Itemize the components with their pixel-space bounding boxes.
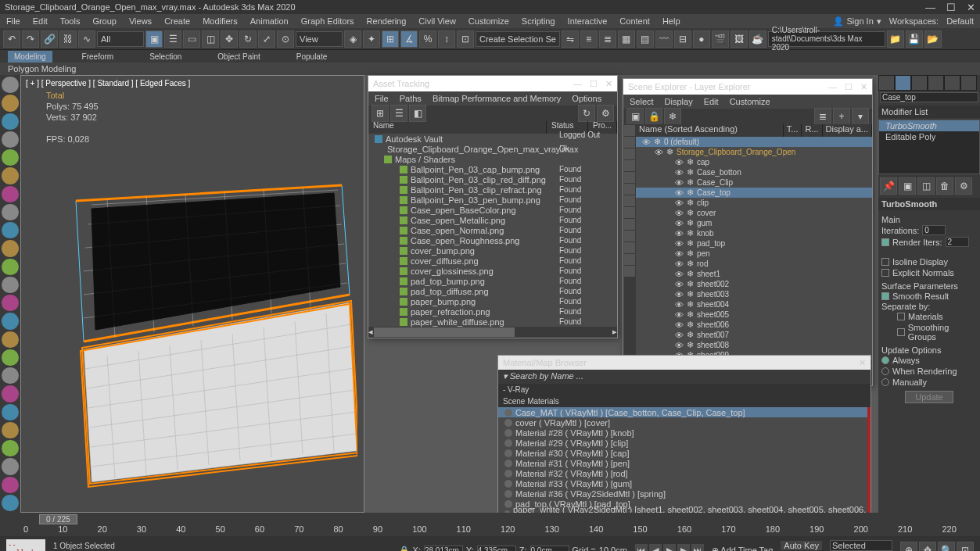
set-project-icon[interactable]: 📂	[924, 30, 942, 48]
create-selection-set[interactable]: Create Selection Se	[476, 31, 560, 47]
select-region-icon[interactable]: ▭	[183, 30, 200, 48]
light-icon[interactable]	[2, 113, 19, 130]
asset-row[interactable]: paper_refraction.pngFound	[368, 306, 617, 317]
layer-row[interactable]: 👁❄sheet002	[636, 279, 872, 289]
render-icon[interactable]: ☕	[749, 30, 766, 48]
tab-utilities-icon[interactable]	[960, 75, 977, 91]
menu-edit[interactable]: Edit	[33, 16, 48, 26]
filter-all-icon[interactable]	[624, 125, 635, 136]
asset-menu-file[interactable]: File	[375, 94, 389, 103]
asset-row[interactable]: pad_top_bump.pngFound	[368, 276, 617, 286]
tool-icon[interactable]	[2, 404, 19, 420]
update-button[interactable]: Update	[905, 391, 953, 403]
pin-stack-icon[interactable]: 📌	[880, 177, 897, 195]
layer-row[interactable]: 👁❄sheet1	[636, 269, 872, 279]
scene-layer-icon[interactable]: ≣	[814, 108, 831, 125]
menu-scripting[interactable]: Scripting	[522, 16, 555, 26]
tab-create-icon[interactable]	[878, 75, 895, 91]
scene-add-icon[interactable]: +	[833, 108, 850, 125]
explicit-check[interactable]	[881, 269, 889, 277]
object-name-input[interactable]	[880, 92, 978, 102]
layer-row[interactable]: 👁❄pen	[636, 249, 872, 259]
layer-col-t[interactable]: T...	[784, 124, 802, 137]
manipulate-icon[interactable]: ✦	[363, 30, 380, 48]
shape-icon[interactable]	[2, 95, 19, 111]
scene-header[interactable]: Scene Explorer - Layer Explorer —☐✕	[623, 79, 872, 95]
close-icon[interactable]: ✕	[967, 2, 975, 13]
viewport-nav1-icon[interactable]: ⊕	[900, 542, 917, 551]
asset-row[interactable]: paper_bump.pngFound	[368, 296, 617, 306]
mod-turbosmooth[interactable]: TurboSmooth	[879, 120, 979, 131]
torus-icon[interactable]	[2, 277, 19, 293]
col-name[interactable]: Name	[368, 121, 547, 134]
layer-row[interactable]: 👁❄gum	[636, 218, 872, 228]
percent-snap-icon[interactable]: %	[419, 30, 436, 48]
teapot-icon[interactable]	[2, 295, 19, 311]
align-icon[interactable]: ≡	[580, 30, 598, 48]
link-icon[interactable]: 🔗	[41, 30, 58, 48]
next-frame-icon[interactable]: ▶	[677, 544, 690, 551]
tab-objectpaint[interactable]: Object Paint	[211, 51, 266, 63]
asset-menu-bitmap[interactable]: Bitmap Performance and Memory	[433, 94, 561, 103]
isoline-check[interactable]	[881, 258, 889, 266]
scene-filter-icon[interactable]: ▣	[626, 108, 644, 125]
modifier-list-label[interactable]: Modifier List	[878, 106, 980, 118]
cone-icon[interactable]	[2, 313, 19, 329]
filter-hidden-icon[interactable]	[624, 254, 635, 265]
snap-toggle-icon[interactable]: ⊞	[382, 30, 399, 48]
layer-row[interactable]: 👁❄sheet008	[636, 340, 872, 350]
camera-icon[interactable]	[2, 131, 19, 148]
asset-row[interactable]: Case_open_Roughness.pngFound	[368, 235, 617, 245]
lock-icon[interactable]: 🔒	[399, 546, 410, 552]
geo-icon[interactable]	[2, 385, 19, 402]
scene-menu-display[interactable]: Display	[665, 97, 693, 106]
time-slider[interactable]: 0 / 225	[39, 514, 77, 524]
redo-icon[interactable]: ↷	[22, 30, 39, 48]
scene-explorer-window[interactable]: Scene Explorer - Layer Explorer —☐✕ Sele…	[623, 78, 873, 386]
material-editor-icon[interactable]: ●	[693, 30, 710, 48]
modifier-stack[interactable]: TurboSmooth Editable Poly	[878, 120, 980, 174]
viewport-nav4-icon[interactable]: ⊡	[957, 542, 974, 551]
key-mode-dropdown[interactable]: Selected	[830, 540, 892, 551]
tube-icon[interactable]	[2, 331, 19, 348]
layer-row[interactable]: 👁❄knob	[636, 228, 872, 238]
menu-modifiers[interactable]: Modifiers	[203, 16, 238, 26]
smoothing-groups-check[interactable]	[897, 328, 905, 336]
spacewarp-icon[interactable]	[2, 167, 19, 184]
layer-col-name[interactable]: Name (Sorted Ascending)	[636, 124, 784, 137]
select-place-icon[interactable]: ⊙	[277, 30, 294, 48]
layer-row[interactable]: 👁❄sheet004	[636, 299, 872, 309]
filter-geo-icon[interactable]	[624, 137, 635, 148]
menu-animation[interactable]: Animation	[250, 16, 289, 26]
when-rendering-radio[interactable]	[881, 367, 889, 375]
toggle-explorer-icon[interactable]: ▦	[618, 30, 635, 48]
mirror-icon[interactable]: ⇋	[562, 30, 579, 48]
filter-frozen-icon[interactable]	[624, 242, 635, 253]
manually-radio[interactable]	[881, 378, 889, 386]
asset-hscroll[interactable]: ◂▸	[368, 327, 617, 338]
material-row[interactable]: Material #30 ( VRayMtl ) [cap]	[498, 448, 871, 458]
render-setup-icon[interactable]: 🎬	[712, 30, 729, 48]
always-radio[interactable]	[881, 356, 889, 364]
layer-row[interactable]: 👁❄0 (default)	[636, 137, 872, 147]
pivot-icon[interactable]: ◈	[344, 30, 361, 48]
edit-selection-icon[interactable]: ⊡	[457, 30, 474, 48]
angle-snap-icon[interactable]: ∡	[400, 30, 418, 48]
menu-civilview[interactable]: Civil View	[418, 16, 455, 26]
menu-create[interactable]: Create	[164, 16, 190, 26]
mat-close-icon[interactable]: ✕	[859, 358, 866, 368]
asset-close-icon[interactable]: ✕	[605, 79, 612, 89]
timeline[interactable]: 0 / 225 01020304050607080901001101201301…	[0, 513, 980, 536]
schematic-icon[interactable]: ⊟	[674, 30, 691, 48]
layer-row[interactable]: 👁❄sheet005	[636, 309, 872, 320]
mat-section-vray[interactable]: - V-Ray	[498, 384, 871, 395]
filter-bone-icon[interactable]	[624, 207, 635, 218]
ribbon-icon[interactable]: ▤	[637, 30, 654, 48]
select-rotate-icon[interactable]: ↻	[239, 30, 257, 48]
material-row[interactable]: Material #32 ( VRayMtl ) [rod]	[498, 468, 871, 478]
layer-row[interactable]: 👁❄Case_Clip	[636, 177, 872, 188]
tab-modify-icon[interactable]	[895, 75, 911, 91]
unique-icon[interactable]: ◫	[917, 177, 935, 195]
iterations-input[interactable]	[922, 225, 946, 235]
filter-group-icon[interactable]	[624, 219, 635, 230]
